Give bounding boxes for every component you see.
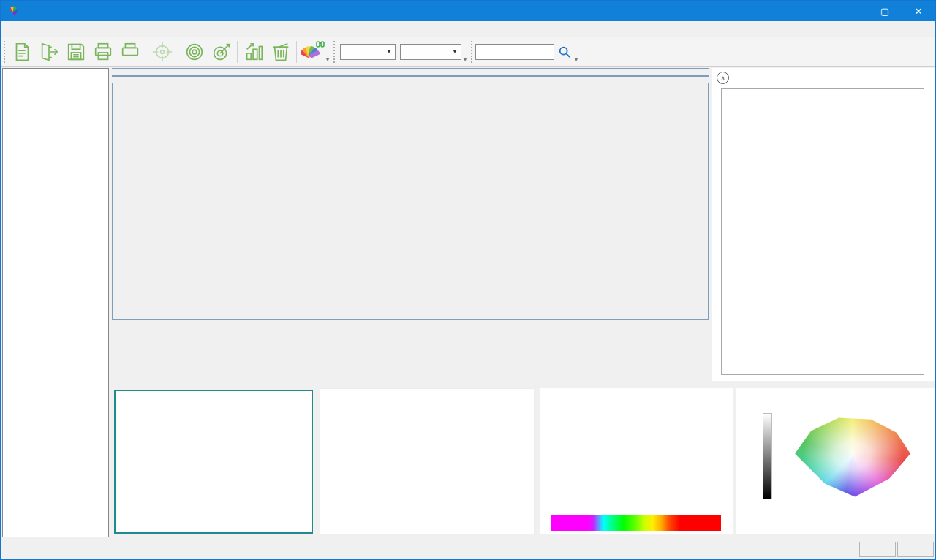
delta-e-chart-panel[interactable] [320,388,535,534]
sample-table-wrap [112,83,709,320]
measure-button[interactable] [208,39,235,65]
calibrate-icon [184,41,205,63]
search-input[interactable] [475,44,554,60]
lab-wheel-chart-panel[interactable] [736,388,935,534]
delete-icon [270,41,292,63]
toolbar: ▾ ▼ ▼ ▾ ▾ [1,37,935,67]
cielab-card [721,88,924,375]
export-icon [38,41,60,63]
new-document-button[interactable] [8,39,35,65]
target-icon [151,41,173,63]
print-button[interactable] [89,39,116,65]
toolbar-overflow-icon[interactable]: ▾ [575,56,578,63]
color-difference-panel: ∧ [712,68,935,381]
sci-dropdown[interactable]: ▼ [340,44,396,60]
status-bar [1,540,935,559]
main-content [112,68,709,320]
toolbar-overflow-icon[interactable]: ▾ [464,56,467,63]
target-button[interactable] [148,39,176,65]
chevron-down-icon: ▼ [452,48,458,55]
spectral-chart-panel[interactable] [540,388,733,534]
close-button[interactable]: ✕ [902,1,935,21]
save-icon [65,41,87,63]
delete-button[interactable] [267,39,294,65]
toolbar-grip[interactable] [332,41,336,63]
toolbar-separator [146,41,146,63]
spectrum-colorbar [551,515,721,531]
lab-wheel-overlay [736,388,935,534]
chart-button[interactable] [240,39,267,65]
export-button[interactable] [35,39,62,65]
toolbar-separator [296,41,297,63]
measure-icon [211,41,233,63]
auto-mode-cell[interactable] [859,542,896,557]
search-icon [558,45,571,58]
new-document-icon [11,41,33,63]
chevron-down-icon: ▼ [386,48,392,55]
print-word-icon [118,41,142,63]
print-icon [92,41,114,63]
save-button[interactable] [62,39,89,65]
illuminant-dropdown[interactable]: ▼ [400,44,461,60]
app-logo-icon [7,4,20,18]
tolerance-table-wrap [112,68,709,69]
standard-table-wrap [112,75,709,77]
calibrate-button[interactable] [181,39,208,65]
sample-tree-panel [2,68,109,537]
app-window: — ▢ ✕ [0,0,936,560]
maximize-button[interactable]: ▢ [868,1,902,21]
empty-status-cell [897,542,934,557]
print-word-button[interactable] [116,39,143,65]
toolbar-overflow-icon[interactable]: ▾ [326,56,329,63]
chart-icon [243,41,265,63]
toolbar-grip[interactable] [2,41,7,63]
menu-bar [1,21,935,37]
toolbar-separator [237,41,238,63]
toolbar-separator [178,41,178,63]
collapse-panel-button[interactable]: ∧ [717,72,729,84]
sample-tree [3,69,108,71]
minimize-button[interactable]: — [834,1,868,21]
titlebar: — ▢ ✕ [1,1,935,21]
toolbar-grip[interactable] [469,41,474,63]
color-match-icon [301,40,325,64]
delta-ab-chart-panel[interactable] [114,390,313,534]
color-match-button[interactable] [299,39,326,65]
search-button[interactable] [554,39,575,65]
